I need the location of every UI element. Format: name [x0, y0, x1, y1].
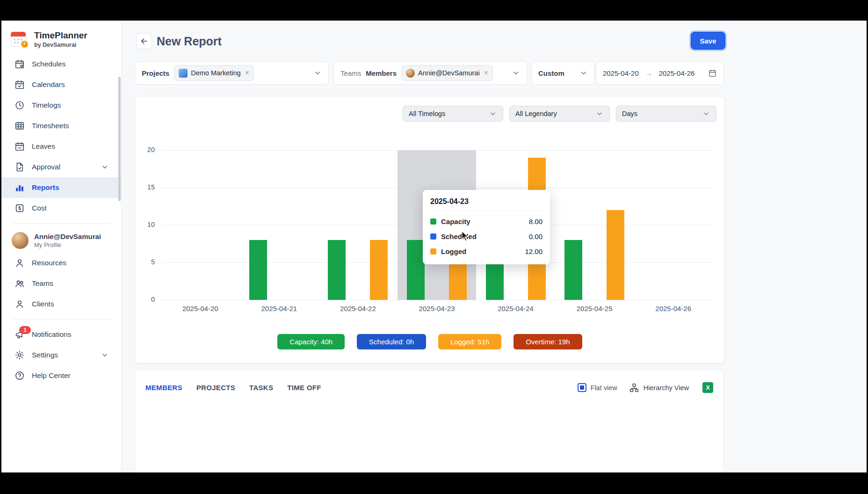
bar-capacity-2025-04-23[interactable] — [407, 240, 425, 300]
arrow-left-icon — [139, 36, 149, 46]
chevron-down-icon[interactable] — [512, 69, 520, 77]
sidebar-item-label: Leaves — [32, 142, 55, 151]
sidebar-item-clients[interactable]: Clients — [1, 294, 121, 314]
sidebar-item-label: Timelogs — [32, 101, 61, 109]
project-tag[interactable]: Demo Marketing × — [174, 65, 254, 81]
teams-label[interactable]: Teams — [340, 69, 361, 77]
legend-button-overtime[interactable]: Overtime: 19h — [514, 334, 582, 349]
schedules-icon — [14, 59, 25, 69]
calendar-logo-icon — [11, 31, 29, 48]
hierarchy-view-icon[interactable] — [629, 383, 639, 393]
member-tag[interactable]: Annie@DevSamurai × — [401, 65, 493, 81]
sidebar-scrollbar[interactable] — [118, 77, 121, 201]
app-logo[interactable]: TimePlanner by DevSamurai — [1, 21, 121, 54]
app-byline: by DevSamurai — [34, 42, 87, 48]
legend-button-capacity[interactable]: Capacity: 40h — [277, 334, 345, 349]
chevron-down-icon — [702, 109, 710, 118]
member-avatar — [406, 69, 415, 78]
remove-icon[interactable]: × — [484, 69, 488, 77]
chart-filter-all-legendary[interactable]: All Legendary — [509, 106, 610, 122]
date-range-picker[interactable]: 2025-04-20 → 2025-04-26 — [596, 61, 724, 85]
y-axis-label: 5 — [135, 258, 155, 266]
profile[interactable]: Annie@DevSamurai My Profile — [1, 228, 121, 253]
timesheet-icon — [14, 121, 25, 131]
excel-export-icon[interactable]: X — [702, 382, 713, 393]
sidebar-item-notifications[interactable]: Notifications1 — [1, 324, 121, 345]
tab-projects[interactable]: PROJECTS — [196, 384, 235, 392]
y-axis-label: 0 — [135, 296, 155, 303]
sidebar-item-approval[interactable]: Approval — [1, 157, 121, 177]
tooltip-series-label: Logged — [441, 247, 466, 255]
sidebar-item-label: Resources — [32, 259, 66, 267]
hierarchy-view-label[interactable]: Hierarchy View — [644, 384, 689, 392]
tooltip-row: Scheduled0.00 — [430, 229, 542, 244]
sidebar-item-leaves[interactable]: Leaves — [1, 136, 121, 157]
chart-filter-all-timelogs[interactable]: All Timelogs — [403, 106, 503, 122]
chevron-down-icon[interactable] — [101, 163, 109, 171]
calendar-icon[interactable] — [708, 69, 717, 78]
reports-icon — [14, 182, 25, 193]
sidebar-item-resources[interactable]: Resources — [1, 253, 121, 273]
series-color-swatch — [430, 218, 436, 225]
bar-capacity-2025-04-21[interactable] — [249, 240, 267, 300]
sidebar-item-timelogs[interactable]: Timelogs — [1, 95, 121, 116]
tab-time-off[interactable]: TIME OFF — [287, 384, 321, 392]
svg-text:$: $ — [18, 206, 21, 211]
tab-members[interactable]: MEMBERS — [145, 384, 182, 392]
gear-icon — [14, 350, 25, 360]
bar-chart: 051015202025-04-202025-04-212025-04-2220… — [135, 96, 724, 363]
x-axis-label: 2025-04-24 — [476, 305, 555, 312]
approval-icon — [14, 162, 25, 172]
bar-capacity-2025-04-22[interactable] — [328, 240, 346, 300]
x-axis-label: 2025-04-20 — [161, 305, 240, 312]
sidebar-nav-main: SchedulesCalendarsTimelogsTimesheetsLeav… — [1, 54, 121, 218]
series-color-swatch — [430, 248, 436, 254]
chevron-down-icon — [489, 109, 497, 118]
chart-controls: All TimelogsAll LegendaryDays — [403, 106, 716, 122]
bar-capacity-2025-04-25[interactable] — [564, 240, 582, 300]
sidebar-nav-resources: ResourcesTeamsClients — [1, 253, 121, 314]
chevron-down-icon[interactable] — [101, 351, 109, 359]
tooltip-series-value: 0.00 — [529, 232, 542, 240]
details-tabs: MEMBERSPROJECTSTASKSTIME OFF — [145, 384, 321, 392]
chart-filter-days[interactable]: Days — [616, 106, 716, 122]
save-button[interactable]: Save — [691, 32, 725, 50]
legend-button-logged[interactable]: Logged: 51h — [438, 334, 501, 349]
flat-view-label[interactable]: Flat view — [591, 384, 617, 392]
sidebar-item-settings[interactable]: Settings — [1, 345, 121, 365]
bar-logged-2025-04-22[interactable] — [370, 240, 388, 300]
chevron-down-icon[interactable] — [313, 69, 322, 77]
clock-icon — [14, 100, 25, 110]
sidebar-item-help-center[interactable]: Help Center — [1, 365, 121, 386]
sidebar-item-cost[interactable]: $Cost — [1, 198, 121, 218]
tooltip-row: Logged12.00 — [430, 244, 542, 259]
date-to[interactable]: 2025-04-26 — [659, 69, 695, 77]
legend-button-scheduled[interactable]: Scheduled: 0h — [357, 334, 426, 349]
sidebar-item-calendars[interactable]: Calendars — [1, 74, 121, 95]
tab-tasks[interactable]: TASKS — [249, 384, 273, 392]
sidebar-item-teams[interactable]: Teams — [1, 273, 121, 294]
profile-name: Annie@DevSamurai — [34, 232, 101, 240]
remove-icon[interactable]: × — [245, 69, 249, 77]
member-tag-label: Annie@DevSamurai — [418, 69, 480, 77]
sidebar-item-label: Timesheets — [32, 122, 69, 130]
sidebar-item-schedules[interactable]: Schedules — [1, 54, 121, 74]
help-icon — [14, 370, 25, 381]
app-name: TimePlanner — [34, 31, 87, 41]
date-range-type-select[interactable]: Custom — [531, 61, 595, 85]
back-button[interactable] — [136, 33, 152, 49]
x-axis-label: 2025-04-25 — [555, 305, 634, 312]
date-from[interactable]: 2025-04-20 — [603, 69, 639, 77]
sidebar-item-reports[interactable]: Reports — [1, 177, 121, 198]
projects-label: Projects — [142, 69, 169, 77]
members-filter[interactable]: Teams Members Annie@DevSamurai × — [333, 61, 527, 85]
bar-logged-2025-04-25[interactable] — [607, 210, 624, 300]
projects-filter[interactable]: Projects Demo Marketing × — [135, 61, 329, 85]
sidebar-item-timesheets[interactable]: Timesheets — [1, 116, 121, 136]
profile-subtitle: My Profile — [34, 241, 101, 248]
sidebar-item-label: Cost — [32, 204, 47, 212]
report-chart-card: All TimelogsAll LegendaryDays 0510152020… — [135, 96, 725, 363]
members-label[interactable]: Members — [366, 69, 397, 77]
sidebar-item-label: Calendars — [32, 80, 65, 89]
flat-view-icon[interactable] — [578, 383, 586, 392]
